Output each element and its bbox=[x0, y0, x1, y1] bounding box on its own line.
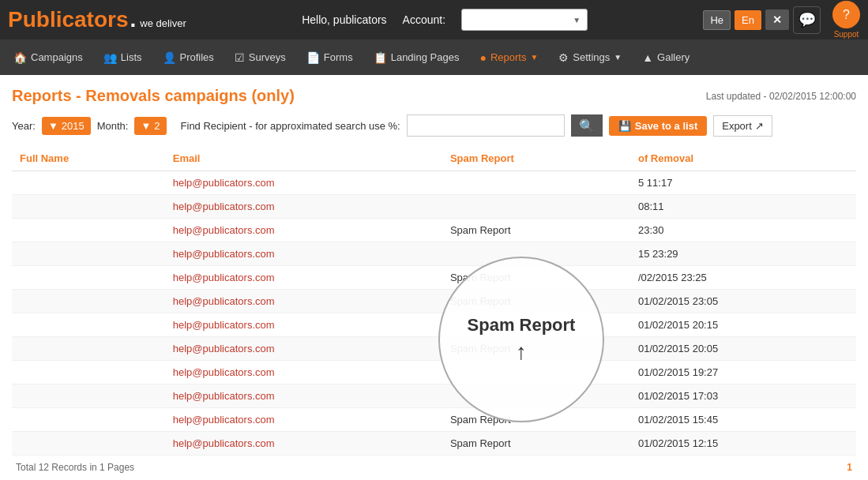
save-to-list-button[interactable]: 💾 Save to a list bbox=[609, 116, 707, 136]
lists-icon: 👥 bbox=[103, 51, 117, 64]
header-center: Hello, publicators Account: ▼ bbox=[194, 9, 696, 31]
nav-bar: 🏠 Campaigns 👥 Lists 👤 Profiles ☑ Surveys… bbox=[0, 39, 868, 75]
cell-email: help@publicators.com bbox=[165, 313, 442, 337]
last-updated: Last updated - 02/02/2015 12:00:00 bbox=[706, 91, 856, 102]
search-icon: 🔍 bbox=[579, 118, 595, 133]
table-row: help@publicators.com Spam Report /02/201… bbox=[12, 266, 856, 290]
cell-date: 15 23:29 bbox=[630, 242, 856, 266]
col-header-of-removal: of Removal bbox=[630, 146, 856, 171]
account-label: Account: bbox=[403, 13, 445, 26]
support-icon[interactable]: ? Suppot bbox=[832, 1, 860, 39]
support-label: Suppot bbox=[834, 30, 859, 39]
cell-date: 01/02/2015 19:27 bbox=[630, 361, 856, 384]
cell-email: help@publicators.com bbox=[165, 384, 442, 408]
cell-email: help@publicators.com bbox=[165, 195, 442, 219]
nav-item-campaigns[interactable]: 🏠 Campaigns bbox=[4, 47, 92, 68]
cell-fullname bbox=[12, 432, 165, 456]
cell-email: help@publicators.com bbox=[165, 242, 442, 266]
nav-label-profiles: Profiles bbox=[180, 51, 214, 63]
cell-spam-report: Spam Report bbox=[442, 290, 630, 313]
cell-date: 08:11 bbox=[630, 195, 856, 219]
nav-item-lists[interactable]: 👥 Lists bbox=[94, 47, 152, 68]
cell-fullname bbox=[12, 361, 165, 384]
nav-label-surveys: Surveys bbox=[249, 51, 286, 63]
page-content: Reports - Removals campaigns (only) Last… bbox=[0, 75, 868, 480]
nav-item-surveys[interactable]: ☑ Surveys bbox=[225, 47, 295, 68]
nav-item-gallery[interactable]: ▲ Gallery bbox=[633, 47, 699, 68]
year-select[interactable]: ▼ 2015 bbox=[42, 117, 91, 135]
table-footer: Total 12 Records in 1 Pages 1 bbox=[12, 456, 856, 474]
cell-fullname bbox=[12, 266, 165, 290]
nav-item-landing-pages[interactable]: 📋 Landing Pages bbox=[364, 47, 469, 68]
page-number: 1 bbox=[847, 462, 852, 473]
close-button[interactable]: ✕ bbox=[765, 9, 789, 30]
reports-icon: ● bbox=[479, 51, 486, 64]
nav-item-forms[interactable]: 📄 Forms bbox=[297, 47, 363, 68]
cell-date: 01/02/2015 23:05 bbox=[630, 290, 856, 313]
cell-spam-report: Spam Report bbox=[442, 219, 630, 242]
cell-fullname bbox=[12, 337, 165, 361]
cell-fullname bbox=[12, 313, 165, 337]
chevron-down-icon: ▼ bbox=[573, 16, 581, 24]
cell-email: help@publicators.com bbox=[165, 408, 442, 432]
nav-item-profiles[interactable]: 👤 Profiles bbox=[153, 47, 224, 68]
cell-spam-report bbox=[442, 242, 630, 266]
cell-spam-report bbox=[442, 195, 630, 219]
save-label: Save to a list bbox=[635, 120, 697, 132]
cell-fullname bbox=[12, 290, 165, 313]
cell-spam-report bbox=[442, 313, 630, 337]
table-body: help@publicators.com 5 11:17 help@public… bbox=[12, 171, 856, 456]
nav-label-landing-pages: Landing Pages bbox=[391, 51, 460, 63]
table-row: help@publicators.com 5 11:17 bbox=[12, 171, 856, 195]
cell-spam-report bbox=[442, 171, 630, 195]
logo-dot: . bbox=[130, 7, 136, 32]
year-dropdown-arrow: ▼ bbox=[48, 120, 58, 132]
year-label: Year: bbox=[12, 120, 36, 132]
landing-pages-icon: 📋 bbox=[374, 51, 387, 64]
settings-dropdown-arrow: ▼ bbox=[614, 53, 622, 62]
year-value: 2015 bbox=[62, 120, 85, 132]
chat-icon[interactable]: 💬 bbox=[793, 6, 821, 34]
nav-label-gallery: Gallery bbox=[657, 51, 690, 63]
table-row: help@publicators.com Spam Report 01/02/2… bbox=[12, 290, 856, 313]
export-icon: ↗ bbox=[755, 120, 764, 132]
cell-date: 23:30 bbox=[630, 219, 856, 242]
cell-fullname bbox=[12, 195, 165, 219]
col-header-fullname: Full Name bbox=[12, 146, 165, 171]
cell-date: 01/02/2015 12:15 bbox=[630, 432, 856, 456]
nav-label-settings: Settings bbox=[573, 51, 610, 63]
support-circle: ? bbox=[832, 1, 860, 28]
account-dropdown[interactable]: ▼ bbox=[461, 9, 588, 31]
cell-fullname bbox=[12, 408, 165, 432]
find-input[interactable] bbox=[407, 114, 565, 137]
records-summary: Total 12 Records in 1 Pages bbox=[16, 462, 134, 473]
month-label: Month: bbox=[97, 120, 129, 132]
month-value: 2 bbox=[154, 120, 160, 132]
table-row: help@publicators.com 01/02/2015 20:15 bbox=[12, 313, 856, 337]
export-button[interactable]: Export ↗ bbox=[713, 115, 772, 137]
search-button[interactable]: 🔍 bbox=[571, 114, 603, 137]
cell-email: help@publicators.com bbox=[165, 290, 442, 313]
table-row: help@publicators.com 01/02/2015 17:03 bbox=[12, 384, 856, 408]
nav-item-reports[interactable]: ● Reports ▼ bbox=[470, 47, 547, 68]
cell-date: 01/02/2015 17:03 bbox=[630, 384, 856, 408]
lang-en-button[interactable]: En bbox=[735, 10, 761, 30]
cell-spam-report bbox=[442, 384, 630, 408]
cell-fullname bbox=[12, 384, 165, 408]
month-select[interactable]: ▼ 2 bbox=[134, 117, 166, 135]
cell-email: help@publicators.com bbox=[165, 432, 442, 456]
find-label: Find Recipient - for approximated search… bbox=[181, 120, 400, 132]
settings-icon: ⚙ bbox=[558, 51, 569, 64]
export-label: Export bbox=[722, 120, 752, 132]
table-row: help@publicators.com 08:11 bbox=[12, 195, 856, 219]
cell-spam-report: Spam Report bbox=[442, 266, 630, 290]
logo: Publicators . we deliver bbox=[8, 7, 186, 32]
data-table: Full Name Email Spam Report of Removal h… bbox=[12, 146, 856, 456]
lang-he-button[interactable]: He bbox=[703, 10, 731, 30]
cell-email: help@publicators.com bbox=[165, 337, 442, 361]
nav-item-settings[interactable]: ⚙ Settings ▼ bbox=[549, 47, 631, 68]
nav-label-lists: Lists bbox=[121, 51, 142, 63]
table-row: help@publicators.com Spam Report 01/02/2… bbox=[12, 432, 856, 456]
cell-date: 01/02/2015 20:15 bbox=[630, 313, 856, 337]
cell-email: help@publicators.com bbox=[165, 361, 442, 384]
